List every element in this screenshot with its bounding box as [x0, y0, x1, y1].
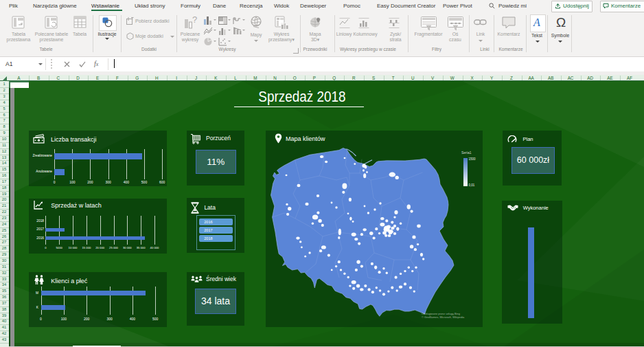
svg-text:Ω: Ω	[556, 15, 566, 30]
svg-text:A: A	[533, 16, 540, 28]
svg-text:?: ?	[192, 16, 197, 25]
